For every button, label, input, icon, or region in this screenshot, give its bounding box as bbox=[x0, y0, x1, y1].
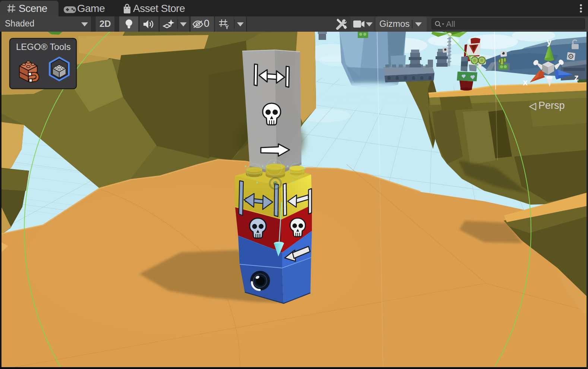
svg-text:Y: Y bbox=[225, 24, 229, 29]
svg-text:x: x bbox=[523, 77, 528, 87]
svg-text:LEGO® Tools: LEGO® Tools bbox=[16, 42, 71, 52]
svg-text:z: z bbox=[574, 72, 579, 82]
svg-text:y: y bbox=[547, 37, 552, 47]
svg-text:Persp: Persp bbox=[538, 100, 565, 111]
